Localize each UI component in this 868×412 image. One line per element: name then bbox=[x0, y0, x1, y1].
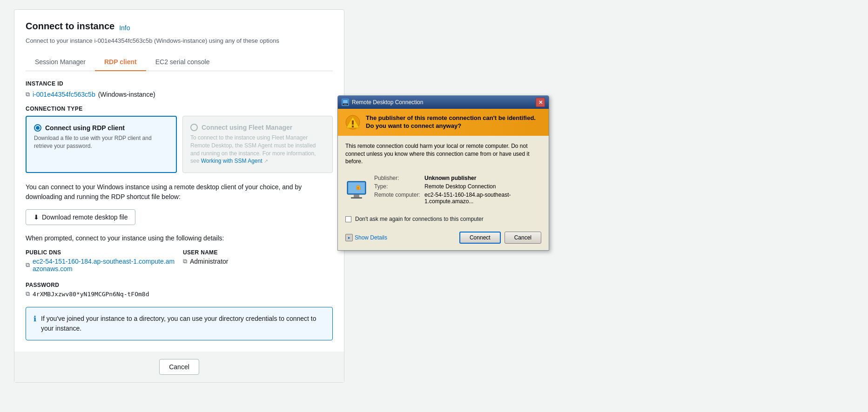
show-details-label: Show Details bbox=[355, 234, 387, 241]
connection-details-grid: Public DNS ⧉ ec2-54-151-160-184.ap-south… bbox=[26, 249, 333, 272]
download-icon: ⬇ bbox=[34, 213, 39, 221]
fleet-option-title: Connect using Fleet Manager bbox=[202, 124, 292, 131]
rdp-titlebar-left: Remote Desktop Connection bbox=[342, 99, 423, 106]
fleet-manager-option: Connect using Fleet Manager To connect t… bbox=[182, 116, 333, 173]
rdp-dialog-body: This remote connection could harm your l… bbox=[338, 136, 549, 250]
remote-value: ec2-54-151-160-184.ap-southeast-1.comput… bbox=[424, 192, 541, 205]
directory-info-text: If you've joined your instance to a dire… bbox=[41, 314, 325, 333]
rdp-warning-text: The publisher of this remote connection … bbox=[366, 114, 541, 130]
rdp-computer-info: ! Publisher: Unknown publisher Type: Rem… bbox=[345, 172, 541, 209]
fleet-option-desc: To connect to the instance using Fleet M… bbox=[190, 134, 325, 165]
rdp-close-button[interactable]: ✕ bbox=[536, 98, 545, 107]
tab-rdp-client[interactable]: RDP client bbox=[95, 53, 146, 71]
rdp-radio[interactable] bbox=[34, 124, 41, 132]
tab-ec2-serial-console[interactable]: EC2 serial console bbox=[146, 53, 219, 71]
rdp-warning-icon bbox=[345, 115, 360, 130]
connection-options-row: Connect using RDP client Download a file… bbox=[26, 116, 333, 173]
rdp-connection-dialog: Remote Desktop Connection ✕ The publishe… bbox=[337, 95, 549, 251]
rdp-btn-group: Connect Cancel bbox=[459, 232, 541, 244]
remote-label: Remote computer: bbox=[374, 192, 421, 205]
ssm-agent-link[interactable]: Working with SSM Agent bbox=[201, 158, 262, 164]
copy-instance-icon[interactable]: ⧉ bbox=[26, 91, 30, 98]
svg-rect-11 bbox=[351, 197, 362, 199]
page-subtitle: Connect to your instance i-001e44354fc56… bbox=[26, 37, 333, 44]
publisher-row: Publisher: Unknown publisher bbox=[374, 175, 541, 181]
main-panel: Connect to instance Info Connect to your… bbox=[14, 9, 344, 383]
username-text: Administrator bbox=[190, 258, 228, 265]
show-details-btn[interactable]: ▸ Show Details bbox=[345, 234, 387, 241]
rdp-radio-inner bbox=[36, 126, 40, 130]
rdp-dialog-title: Remote Desktop Connection bbox=[352, 99, 423, 106]
instance-suffix: (Windows-instance) bbox=[98, 91, 155, 98]
svg-rect-7 bbox=[352, 126, 354, 127]
public-dns-section: Public DNS ⧉ ec2-54-151-160-184.ap-south… bbox=[26, 249, 175, 272]
download-btn-label: Download remote desktop file bbox=[42, 213, 128, 221]
info-circle-icon: ℹ bbox=[34, 314, 36, 323]
rdp-icon-svg bbox=[343, 100, 348, 105]
password-label: Password bbox=[26, 282, 333, 288]
rdp-cancel-button[interactable]: Cancel bbox=[505, 232, 541, 244]
connection-type-label: Connection Type bbox=[26, 106, 333, 112]
password-text: 4rXMBJxzwv80*yN19MCGPn6Nq-tFOm8d bbox=[33, 291, 149, 298]
svg-rect-6 bbox=[352, 120, 354, 125]
rdp-option-desc: Download a file to use with your RDP cli… bbox=[34, 134, 168, 150]
instance-id-section: Instance ID ⧉ i-001e44354fc563c5b (Windo… bbox=[26, 80, 333, 98]
copy-dns-icon[interactable]: ⧉ bbox=[26, 261, 30, 269]
dont-ask-label: Don't ask me again for connections to th… bbox=[355, 216, 484, 222]
remote-computer-row: Remote computer: ec2-54-151-160-184.ap-s… bbox=[374, 192, 541, 205]
rdp-footer: ▸ Show Details Connect Cancel bbox=[345, 230, 541, 244]
rdp-details-table: Publisher: Unknown publisher Type: Remot… bbox=[374, 175, 541, 206]
rdp-connect-button[interactable]: Connect bbox=[459, 232, 501, 244]
password-section: Password ⧉ 4rXMBJxzwv80*yN19MCGPn6Nq-tFO… bbox=[26, 282, 333, 298]
connection-type-section: Connection Type Connect using RDP client… bbox=[26, 106, 333, 173]
rdp-body-text: This remote connection could harm your l… bbox=[345, 142, 541, 166]
type-value: Remote Desktop Connection bbox=[424, 183, 496, 190]
rdp-titlebar: Remote Desktop Connection ✕ bbox=[338, 96, 549, 109]
instance-id-label: Instance ID bbox=[26, 80, 333, 87]
copy-user-icon[interactable]: ⧉ bbox=[183, 258, 187, 265]
type-label: Type: bbox=[374, 183, 421, 190]
dont-ask-checkbox[interactable] bbox=[345, 216, 351, 222]
tab-session-manager[interactable]: Session Manager bbox=[26, 53, 95, 71]
tabs-container: Session Manager RDP client EC2 serial co… bbox=[26, 53, 333, 71]
svg-rect-10 bbox=[354, 194, 359, 197]
svg-text:!: ! bbox=[357, 186, 359, 190]
external-link-icon: ↗ bbox=[264, 158, 268, 164]
rdp-option-title: Connect using RDP client bbox=[45, 124, 125, 132]
svg-rect-3 bbox=[343, 100, 348, 103]
svg-rect-2 bbox=[344, 104, 347, 105]
rdp-title-icon bbox=[342, 99, 349, 106]
cancel-button[interactable]: Cancel bbox=[159, 359, 199, 375]
download-rdp-button[interactable]: ⬇ Download remote desktop file bbox=[26, 209, 135, 225]
username-value: ⧉ Administrator bbox=[183, 258, 333, 265]
instance-id-value[interactable]: i-001e44354fc563c5b bbox=[33, 91, 95, 98]
publisher-value: Unknown publisher bbox=[424, 175, 476, 181]
copy-password-icon[interactable]: ⧉ bbox=[26, 290, 30, 298]
public-dns-text: ec2-54-151-160-184.ap-southeast-1.comput… bbox=[33, 258, 175, 272]
type-row: Type: Remote Desktop Connection bbox=[374, 183, 541, 190]
fleet-radio bbox=[190, 124, 198, 131]
rdp-warning-bar: The publisher of this remote connection … bbox=[338, 109, 549, 136]
publisher-label: Publisher: bbox=[374, 175, 421, 181]
rdp-option[interactable]: Connect using RDP client Download a file… bbox=[26, 116, 177, 173]
rdp-computer-icon: ! bbox=[345, 179, 368, 202]
show-details-arrow-icon: ▸ bbox=[345, 234, 353, 241]
username-label: User name bbox=[183, 249, 333, 256]
page-title: Connect to instance bbox=[26, 21, 114, 32]
rdp-description: You can connect to your Windows instance… bbox=[26, 182, 333, 202]
public-dns-value[interactable]: ⧉ ec2-54-151-160-184.ap-southeast-1.comp… bbox=[26, 258, 175, 272]
directory-info-box: ℹ If you've joined your instance to a di… bbox=[26, 307, 333, 340]
public-dns-label: Public DNS bbox=[26, 249, 175, 256]
username-section: User name ⧉ Administrator bbox=[183, 249, 333, 272]
password-value: ⧉ 4rXMBJxzwv80*yN19MCGPn6Nq-tFOm8d bbox=[26, 290, 333, 298]
info-link[interactable]: Info bbox=[119, 24, 130, 32]
prompt-text: When prompted, connect to your instance … bbox=[26, 234, 333, 242]
rdp-checkbox-row: Don't ask me again for connections to th… bbox=[345, 216, 541, 222]
